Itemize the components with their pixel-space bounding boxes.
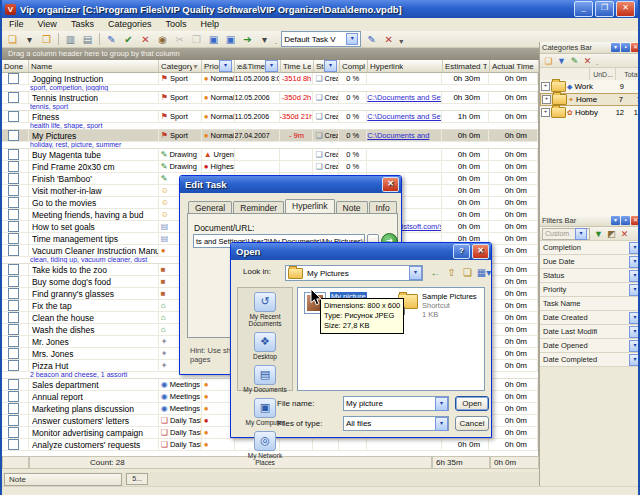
task-done-cell[interactable] [2,111,29,122]
task-done-cell[interactable] [2,161,29,172]
task-category-cell[interactable]: ◉Meetings [159,379,202,390]
task-name-cell[interactable]: Buy some dog's food [29,276,159,287]
task-name-cell[interactable]: Mr. Jones [29,336,159,347]
edit-view-icon[interactable]: ✎ [364,32,379,46]
menu-help[interactable]: Help [193,18,226,31]
task-done-cell[interactable] [2,336,29,347]
task-name-cell[interactable]: Finish 'Bamboo' [29,173,159,184]
expand-icon[interactable]: + [541,82,550,91]
files-of-type-dropdown-icon[interactable]: ▾ [435,417,448,431]
note-expand-button[interactable]: 5... [126,473,148,485]
filters-close-icon[interactable]: ✕ [631,216,640,225]
done-checkbox[interactable] [8,173,19,184]
task-estimated-cell[interactable]: 0h 0m [442,221,489,232]
done-checkbox[interactable] [8,324,19,335]
task-actual-cell[interactable]: 0h 0m [489,403,538,414]
task-done-cell[interactable] [2,379,29,390]
done-checkbox[interactable] [8,403,19,414]
task-complete-cell[interactable]: 0 % [339,111,367,122]
help-icon[interactable]: ? [453,244,470,259]
edit-task-icon[interactable]: ✎ [104,32,119,46]
task-name-cell[interactable]: Tennis Instruction [29,92,159,103]
task-hyperlink[interactable]: C:\Documents and Settings\All [367,112,442,121]
task-actual-cell[interactable]: 0h 0m [489,336,538,347]
task-name-cell[interactable]: Marketing plans discussion [29,403,159,414]
task-priority-cell[interactable]: ●Normal [202,111,235,122]
task-priority-cell[interactable]: ●Normal [202,73,235,84]
task-estimated-cell[interactable]: 0h 0m [442,149,489,160]
filter-field-date-created[interactable]: Date Created▾ [540,311,640,325]
done-checkbox[interactable] [8,379,19,390]
task-hyperlink[interactable]: C:\Documents and [367,131,429,140]
task-actual-cell[interactable]: 0h 0m [489,427,538,438]
task-actual-cell[interactable]: 0h 0m [489,221,538,232]
place-my-documents[interactable]: ▤My Documents [238,365,292,393]
task-category-cell[interactable]: ⚑Sport [159,73,202,84]
task-complete-cell[interactable]: 0 % [339,149,367,160]
task-complete-cell[interactable]: 0 % [339,92,367,103]
new-task-icon[interactable]: ❏ [5,32,20,46]
task-status-cell[interactable]: ❏Create [313,161,339,172]
task-view-combo[interactable]: Default Task V▾ [281,31,361,47]
filter-field-date-last-modifi[interactable]: Date Last Modifi▾ [540,325,640,339]
duplicate-task-icon[interactable]: ❐ [39,32,54,46]
task-status-cell[interactable]: ❏Create [313,130,339,141]
task-actual-cell[interactable]: 0h 0m [489,360,538,371]
task-done-cell[interactable] [2,324,29,335]
task-estimated-cell[interactable]: 1h 0m [442,111,489,122]
task-actual-cell[interactable]: 0h 0m [489,233,538,244]
task-complete-cell[interactable]: 0 % [339,130,367,141]
task-name-cell[interactable]: Go to the movies [29,197,159,208]
filter-preset-combo[interactable]: Custom▾ [542,228,590,240]
new-task-dropdown-icon[interactable]: ▾ [22,32,37,46]
look-in-combo[interactable]: My Pictures ▾ [285,265,423,281]
toolbar-overflow-icon[interactable]: ▾ [399,37,403,46]
task-done-cell[interactable] [2,233,29,244]
task-due-cell[interactable] [235,161,281,172]
task-name-cell[interactable]: Vacuum Cleaner Instruction Manual [29,245,159,256]
task-name-cell[interactable]: Sales department [29,379,159,390]
filter-field-priority[interactable]: Priority▾ [540,283,640,297]
task-done-cell[interactable] [2,403,29,414]
task-name-cell[interactable]: Analyze customers' requests [29,439,159,450]
filter-field-status[interactable]: Status▾ [540,269,640,283]
done-checkbox[interactable] [8,391,19,402]
task-name-cell[interactable]: Find granny's glasses [29,288,159,299]
task-name-cell[interactable]: Meeting friends, having a bud [29,209,159,220]
file-item-sample-pictures[interactable]: Sample Pictures Shortcut 1 KB [422,292,477,319]
view-notes-icon[interactable]: ◉ [155,32,170,46]
task-priority-cell[interactable]: ●Normal [202,92,235,103]
task-done-cell[interactable] [2,185,29,196]
task-name-cell[interactable]: How to set goals [29,221,159,232]
task-hyperlink-cell[interactable] [367,161,442,172]
task-complete-cell[interactable]: 0 % [339,73,367,84]
save-icon[interactable]: ▥ [63,32,78,46]
filter-field-due-date[interactable]: Due Date▾ [540,255,640,269]
done-checkbox[interactable] [8,276,19,287]
delete-filter-icon[interactable]: ✕ [618,228,631,240]
minimize-button[interactable]: _ [574,1,593,17]
done-checkbox[interactable] [8,221,19,232]
task-actual-cell[interactable]: 0h 0m [489,173,538,184]
task-actual-cell[interactable]: 0h 0m [489,245,538,256]
task-actual-cell[interactable]: 0h 0m [489,391,538,402]
place-desktop[interactable]: ❖Desktop [238,332,292,360]
task-actual-cell[interactable]: 0h 0m [489,439,538,450]
task-row[interactable]: Fitness⚑Sport●Normal11.05.2006-350d 21h❏… [2,111,538,123]
done-checkbox[interactable] [8,360,19,371]
filter-dropdown-icon[interactable]: ▾ [629,354,640,366]
close-button[interactable]: ✕ [616,1,635,17]
add-category-icon[interactable]: ❏ [542,55,555,67]
filter-field-task-name[interactable]: Task Name [540,297,640,311]
task-status-cell[interactable]: ❏Create [313,73,339,84]
categories-close-icon[interactable]: ✕ [631,43,640,52]
menu-tasks[interactable]: Tasks [64,18,101,31]
done-checkbox[interactable] [8,427,19,438]
file-name-combo[interactable]: My picture ▾ [343,396,449,411]
filter-preset-dropdown-icon[interactable]: ▾ [575,228,587,240]
task-due-cell[interactable]: 11.05.2006 [235,111,281,122]
column-header-priority[interactable]: Priority▾ [202,60,235,73]
task-timeleft-cell[interactable]: -350d 21h [280,111,313,122]
undone-column-header[interactable]: UnD... [590,68,616,80]
views-menu-icon[interactable]: ▦▾ [475,265,493,279]
